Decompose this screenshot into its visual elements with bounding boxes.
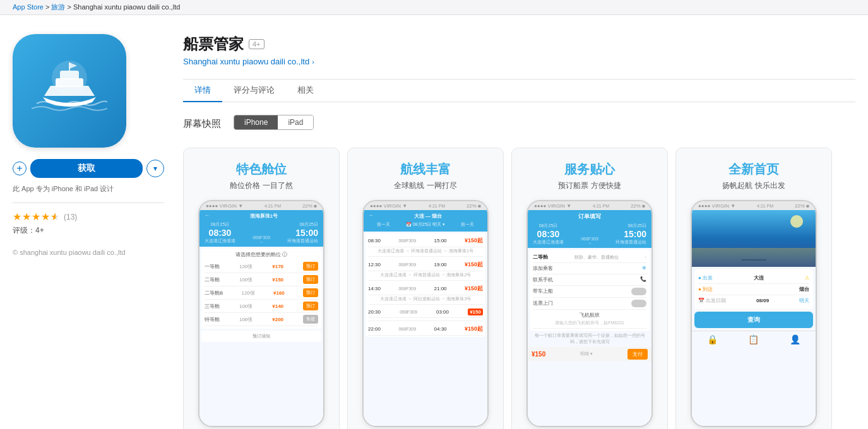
phone-frame-2: ●●●● VIRGIN ▼4:21 PM22% ■ ← 大连 — 烟台	[362, 200, 489, 427]
developer-name[interactable]: Shanghai xuntu piaowu daili co.,ltd	[183, 57, 309, 66]
screenshots-row: 特色舱位 舱位价格 一目了然 ●●●● VIRGIN ▼4:21 PM22% ■…	[183, 148, 855, 429]
screenshots-label: 屏幕快照	[183, 118, 221, 130]
tab-related[interactable]: 相关	[286, 79, 325, 102]
phone-screen-3: 订单填写 08月25日 08:30 大连港辽渔港港 068F309→	[528, 210, 651, 426]
get-button-row: + 获取 ▾	[13, 159, 164, 178]
divider	[13, 203, 164, 203]
phone-frame-3: ●●●● VIRGIN ▼4:21 PM22% ■ 订单填写 08月25日 08…	[526, 200, 653, 427]
app-icon	[13, 34, 126, 148]
phone-screen-1: ← 渤海豚珠1号 08月25日 08:30 大连港辽渔港港	[199, 210, 323, 426]
age-badge: 4+	[249, 39, 265, 49]
phone-screen-4: ● 出发 大连 ⚠ ● 到达 烟台 📅 出发日期	[692, 210, 816, 426]
screenshot-1: 特色舱位 舱位价格 一目了然 ●●●● VIRGIN ▼4:21 PM22% ■…	[183, 148, 340, 429]
phone-notch-4: ●●●● VIRGIN ▼4:21 PM22% ■	[692, 201, 816, 210]
ratings-row: ★★★★★★ (13)	[13, 211, 164, 223]
rating-label: 评级：4+	[13, 225, 164, 236]
stars-display: ★★★★★★	[13, 211, 60, 223]
iphone-toggle-btn[interactable]: iPhone	[234, 115, 278, 129]
chevron-right-icon: ›	[312, 58, 314, 66]
phone-notch-2: ●●●● VIRGIN ▼4:21 PM22% ■	[364, 201, 487, 210]
app-title-row: 船票管家 4+	[183, 34, 855, 54]
dropdown-button[interactable]: ▾	[146, 160, 164, 177]
tab-ratings[interactable]: 评分与评论	[222, 79, 286, 102]
phone-frame-1: ●●●● VIRGIN ▼4:21 PM22% ■ ← 渤海豚珠1号	[198, 200, 324, 427]
main-container: + 获取 ▾ 此 App 专为 iPhone 和 iPad 设计 ★★★★★★ …	[0, 15, 868, 429]
review-count: (13)	[64, 213, 77, 221]
phone-frame-4: ●●●● VIRGIN ▼4:21 PM22% ■	[691, 200, 817, 427]
breadcrumb-current: Shanghai xuntu piaowu daili co.,ltd	[73, 3, 180, 11]
breadcrumb: App Store > 旅游 > Shanghai xuntu piaowu d…	[0, 0, 868, 15]
developer-row: Shanghai xuntu piaowu daili co.,ltd ›	[183, 57, 855, 66]
sidebar: + 获取 ▾ 此 App 专为 iPhone 和 iPad 设计 ★★★★★★ …	[13, 34, 164, 429]
tab-details[interactable]: 详情	[183, 79, 222, 102]
screenshot-2: 航线丰富 全球航线 一网打尽 ●●●● VIRGIN ▼4:21 PM22% ■…	[347, 148, 504, 429]
tabs: 详情 评分与评论 相关	[183, 79, 855, 102]
ipad-toggle-btn[interactable]: iPad	[278, 115, 313, 129]
screenshot-3: 服务贴心 预订船票 方便快捷 ●●●● VIRGIN ▼4:21 PM22% ■…	[511, 148, 668, 429]
device-toggle: iPhone iPad	[234, 115, 314, 130]
screenshot-1-subtitle: 舱位价格 一目了然	[194, 180, 329, 191]
app-header: 船票管家 4+ Shanghai xuntu piaowu daili co.,…	[183, 34, 855, 66]
screenshot-4: 全新首页 扬帆起航 快乐出发 ●●●● VIRGIN ▼4:21 PM22% ■	[675, 148, 832, 429]
screenshot-3-title: 服务贴心	[522, 161, 657, 178]
screenshot-2-title: 航线丰富	[358, 161, 493, 178]
screenshot-2-subtitle: 全球航线 一网打尽	[358, 180, 493, 191]
svg-rect-2	[60, 71, 79, 79]
phone-screen-2: ← 大连 — 烟台 前一天 📅 08月25日 明天 ▾ 前一天	[364, 210, 487, 426]
get-button[interactable]: 获取	[30, 159, 143, 178]
screenshot-4-title: 全新首页	[686, 161, 821, 178]
svg-rect-1	[56, 78, 83, 87]
app-title: 船票管家	[183, 34, 244, 54]
phone-notch-3: ●●●● VIRGIN ▼4:21 PM22% ■	[528, 201, 651, 210]
screenshot-3-subtitle: 预订船票 方便快捷	[522, 180, 657, 191]
device-note: 此 App 专为 iPhone 和 iPad 设计	[13, 184, 164, 194]
plus-icon[interactable]: +	[13, 162, 27, 175]
screenshot-1-title: 特色舱位	[194, 161, 329, 178]
screenshot-4-subtitle: 扬帆起航 快乐出发	[686, 180, 821, 191]
breadcrumb-travel[interactable]: 旅游	[51, 3, 65, 11]
copyright: © shanghai xuntu piaowu daili co.,ltd	[13, 249, 164, 256]
content-area: 船票管家 4+ Shanghai xuntu piaowu daili co.,…	[164, 34, 855, 429]
phone-notch-1: ●●●● VIRGIN ▼4:21 PM22% ■	[199, 201, 323, 210]
breadcrumb-appstore[interactable]: App Store	[13, 3, 44, 11]
screenshots-section: 屏幕快照 iPhone iPad 特色舱位 舱位价格 一目了然 ●●●● VIR…	[183, 115, 855, 429]
